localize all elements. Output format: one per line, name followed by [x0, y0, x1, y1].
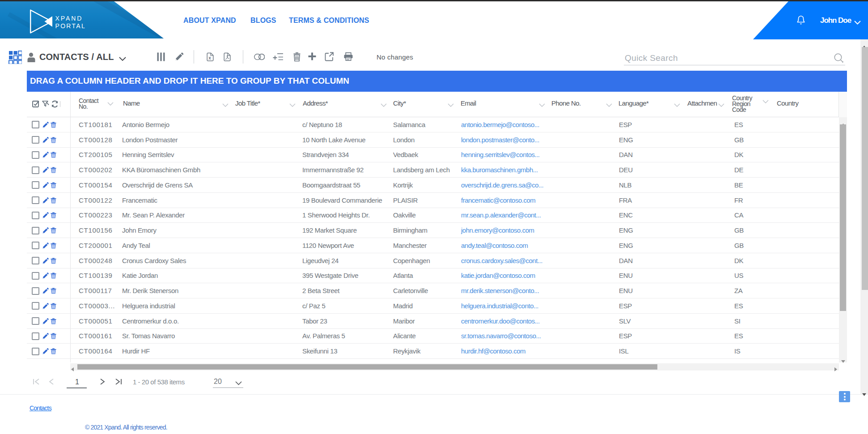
svg-text:XPAND: XPAND	[55, 15, 83, 22]
svg-text:PORTAL: PORTAL	[55, 22, 86, 30]
svg-text:x: x	[208, 55, 211, 60]
